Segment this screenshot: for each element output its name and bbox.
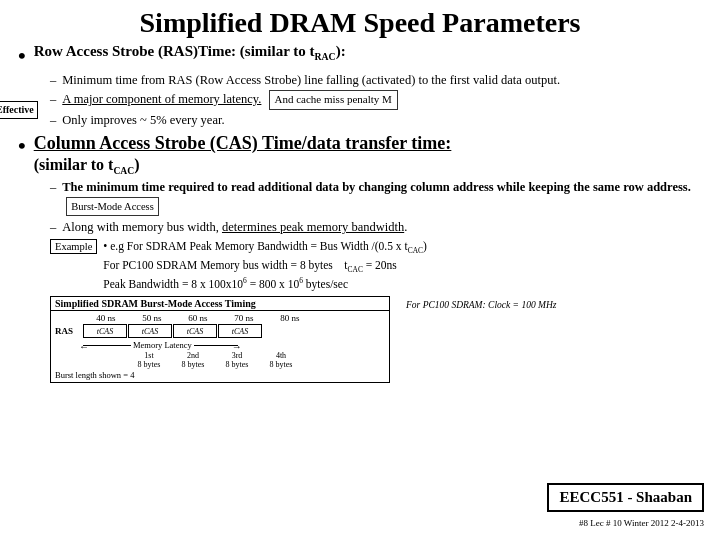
effective-label: Effective: [0, 101, 38, 120]
byte-labels-row: 8 bytes 8 bytes 8 bytes 8 bytes: [127, 360, 385, 369]
example-box: Example: [50, 239, 97, 254]
example-text: • e.g For SDRAM Peak Memory Bandwidth = …: [103, 238, 427, 293]
timing-title: Simplified SDRAM Burst-Mode Access Timin…: [51, 297, 389, 311]
eecc-box: EECC551 - Shaaban: [547, 483, 704, 512]
cas-cell-2: tCAS: [128, 324, 172, 338]
bullet-ras: •: [18, 43, 26, 69]
ras-bullet-2: – A major component of memory latency. A…: [50, 90, 702, 110]
cas-cell-3: tCAS: [173, 324, 217, 338]
page: Simplified DRAM Speed Parameters • Row A…: [0, 0, 720, 540]
ras-bullet-3: – Only improves ~ 5% every year.: [50, 111, 702, 129]
cache-miss-box: And cache miss penalty M: [269, 90, 398, 110]
pc100-note: For PC100 SDRAM: Clock = 100 MHz: [406, 300, 556, 310]
cas-bullet-2: – Along with memory bus width, determine…: [50, 218, 702, 236]
memory-latency-row: ← Memory Latency →: [55, 340, 385, 350]
burst-shown-label: Burst length shown = 4: [55, 370, 385, 380]
cas-bullet-1: – The minimum time required to read addi…: [50, 178, 702, 216]
burst-mode-box: Burst-Mode Access: [66, 197, 159, 216]
cas-cell-4: tCAS: [218, 324, 262, 338]
ns-labels-row: 40 ns 50 ns 60 ns 70 ns 80 ns: [83, 313, 385, 323]
timing-diagram-box: Simplified SDRAM Burst-Mode Access Timin…: [50, 296, 390, 383]
lec-note: #8 Lec # 10 Winter 2012 2-4-2013: [579, 518, 704, 528]
bullet-cas: •: [18, 133, 26, 159]
page-title: Simplified DRAM Speed Parameters: [18, 8, 702, 39]
burst-labels-row: 1st 2nd 3rd 4th: [127, 351, 385, 360]
ras-timing-row: RAS tCAS tCAS tCAS tCAS: [55, 324, 385, 338]
cas-cell-1: tCAS: [83, 324, 127, 338]
ras-bullet-1: – Minimum time from RAS (Row Access Stro…: [50, 71, 702, 89]
cas-header: Column Access Strobe (CAS) Time/data tra…: [34, 133, 452, 176]
ras-header: Row Access Strobe (RAS)Time: (similar to…: [34, 43, 346, 62]
